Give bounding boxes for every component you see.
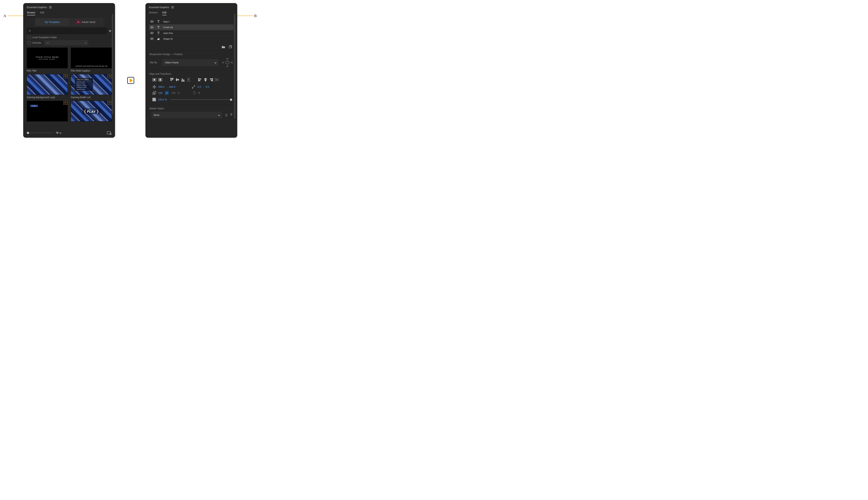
- scrollbar[interactable]: [234, 14, 235, 125]
- svg-rect-27: [172, 79, 173, 80]
- thumbnail-size-slider[interactable]: [27, 132, 53, 134]
- chevron-down-icon: [214, 61, 216, 64]
- segment-adobe-stock[interactable]: St Adobe Stock: [69, 19, 103, 25]
- layer-row[interactable]: Shape 01: [149, 36, 234, 42]
- svg-rect-47: [218, 78, 219, 81]
- layer-row[interactable]: Jane Doe: [149, 30, 234, 36]
- template-label: Gaming Bullet List: [71, 96, 112, 99]
- distribute-v-icon[interactable]: [187, 78, 190, 81]
- master-style-dropdown[interactable]: None: [151, 112, 222, 118]
- visibility-eye-icon[interactable]: [150, 32, 154, 34]
- push-up-arrow-icon[interactable]: [230, 113, 233, 117]
- master-styles-section: Master Styles None: [149, 104, 234, 122]
- scrollbar-thumb[interactable]: [112, 14, 113, 114]
- pin-pad-control[interactable]: [221, 58, 234, 67]
- search-input[interactable]: [27, 28, 107, 34]
- svg-rect-31: [181, 81, 185, 81]
- scale-link-toggle[interactable]: [165, 91, 169, 95]
- template-label: Film Web Caption: [71, 69, 112, 72]
- thumb-bullet-item: MATCH THREE: [76, 85, 92, 87]
- section-title: Responsive Design — Position: [149, 53, 234, 56]
- scrollbar[interactable]: [112, 14, 113, 125]
- align-bottom-icon[interactable]: [181, 78, 185, 81]
- scale-icon: [152, 91, 156, 95]
- svg-rect-53: [225, 116, 227, 116]
- template-card-film-title[interactable]: YOUR TITLE HERE EPISODE NAME Film Title: [27, 48, 67, 72]
- segment-my-templates[interactable]: My Templates: [35, 19, 69, 25]
- svg-rect-36: [187, 79, 190, 80]
- template-thumbnail: TA MATCH TIMES MATCH ONE MATCH TWO MATCH…: [71, 74, 112, 95]
- visibility-eye-icon[interactable]: [150, 37, 154, 40]
- new-item-button[interactable]: [107, 131, 112, 135]
- scale-w-value[interactable]: 100: [158, 92, 162, 94]
- local-folder-label: Local Templates Folder: [32, 36, 57, 39]
- panel-title: Essential Graphics: [27, 6, 47, 9]
- opacity-slider[interactable]: [170, 99, 231, 100]
- template-source-segment: My Templates St Adobe Stock: [35, 19, 103, 26]
- scale-h-value: 100: [171, 92, 175, 94]
- align-left-icon[interactable]: [198, 78, 202, 81]
- align-hcenter-icon[interactable]: [204, 78, 207, 81]
- layer-row[interactable]: Step 1: [149, 19, 234, 24]
- anchor-y-value[interactable]: 0.0: [206, 86, 209, 88]
- scrollbar-thumb[interactable]: [234, 14, 235, 119]
- pin-to-value: Video Frame: [165, 61, 179, 64]
- align-top-icon[interactable]: [170, 78, 174, 81]
- anchor-x-value[interactable]: 0.0: [198, 86, 201, 88]
- distribute-h-icon[interactable]: [215, 78, 219, 81]
- tab-browse[interactable]: Browse: [27, 11, 35, 15]
- thumb-caption-text: Captions and Subtitles for online use: [71, 66, 112, 67]
- thumb-bullet-header: MATCH TIMES: [76, 79, 92, 81]
- sort-button[interactable]: [56, 132, 61, 134]
- tab-browse[interactable]: Browse: [149, 11, 157, 15]
- template-thumbnail: Captions and Subtitles for online use: [71, 48, 112, 68]
- opacity-icon: [152, 98, 156, 101]
- template-label: Gaming Background Loop: [27, 96, 67, 99]
- responsive-design-section: Responsive Design — Position Pin To: Vid…: [149, 50, 234, 70]
- svg-rect-46: [215, 78, 215, 81]
- svg-rect-38: [199, 79, 201, 79]
- template-card-gaming-bg-loop[interactable]: TA Gaming Background Loop: [27, 74, 67, 99]
- position-y-value[interactable]: 644.5: [169, 86, 175, 88]
- svg-rect-34: [187, 78, 190, 79]
- libraries-dropdown[interactable]: All: [45, 40, 88, 45]
- tab-edit[interactable]: Edit: [162, 11, 166, 15]
- align-vcenter-icon[interactable]: [176, 78, 179, 81]
- new-group-icon[interactable]: [222, 45, 225, 48]
- svg-rect-43: [212, 78, 213, 81]
- svg-rect-26: [171, 79, 172, 81]
- template-card-gaming-live[interactable]: TA LIVE: [27, 101, 67, 122]
- visibility-eye-icon[interactable]: [150, 20, 154, 23]
- svg-rect-45: [211, 80, 212, 81]
- align-right-icon[interactable]: [209, 78, 213, 81]
- rotation-value[interactable]: 0: [198, 92, 200, 94]
- opacity-value[interactable]: 100.0 %: [158, 98, 167, 101]
- align-center-h-icon[interactable]: [152, 78, 156, 81]
- text-layer-icon: [156, 20, 161, 23]
- visibility-eye-icon[interactable]: [150, 26, 154, 29]
- libraries-checkbox[interactable]: [27, 41, 31, 44]
- favorites-star-icon[interactable]: ★: [109, 29, 112, 33]
- layer-name: Jane Doe: [163, 32, 173, 34]
- chevron-down-icon: [59, 132, 61, 134]
- template-card-gaming-bullet-list[interactable]: TA MATCH TIMES MATCH ONE MATCH TWO MATCH…: [71, 74, 112, 99]
- svg-rect-10: [229, 46, 231, 48]
- template-thumbnail: YOUR TITLE HERE EPISODE NAME: [27, 48, 68, 68]
- svg-rect-32: [182, 79, 183, 81]
- panel-menu-icon[interactable]: [49, 6, 52, 9]
- local-folder-checkbox[interactable]: [27, 36, 31, 39]
- new-layer-icon[interactable]: [228, 45, 232, 48]
- layer-row[interactable]: Credit roll: [149, 24, 234, 30]
- push-down-arrow-icon[interactable]: [225, 113, 228, 117]
- panel-menu-icon[interactable]: [171, 6, 174, 9]
- pin-to-dropdown[interactable]: Video Frame: [163, 59, 219, 66]
- thumb-bullet-item: MATCH TWO: [76, 83, 92, 85]
- template-card-league-play[interactable]: TA { LEAGUE PLAY }: [71, 101, 112, 122]
- tab-edit[interactable]: Edit: [40, 11, 44, 15]
- align-center-v-icon[interactable]: [158, 78, 162, 81]
- position-x-value[interactable]: 939.0: [158, 86, 164, 88]
- template-card-film-web-caption[interactable]: Captions and Subtitles for online use Fi…: [71, 48, 112, 72]
- thumb-play-main: PLAY: [87, 110, 96, 113]
- template-thumbnail: TA: [27, 74, 68, 95]
- layer-name: Shape 01: [163, 37, 173, 40]
